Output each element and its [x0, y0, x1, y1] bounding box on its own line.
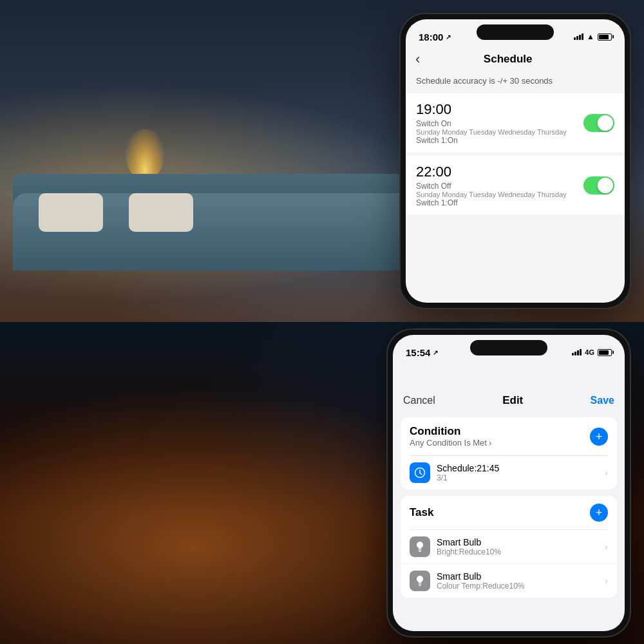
- condition-header: Condition Any Condition Is Met › +: [401, 417, 617, 455]
- condition-item-chevron-0: ›: [605, 468, 608, 478]
- battery-fill: [599, 35, 609, 39]
- task-label: Task: [410, 506, 434, 519]
- bulb-icon-container-0: [410, 536, 430, 557]
- status-icons-bottom: 4G: [572, 348, 612, 356]
- bulb-icon-container-1: [410, 571, 430, 591]
- clock-time-top: 18:00: [419, 32, 443, 43]
- schedule-toggle-0[interactable]: [583, 114, 614, 132]
- schedule-action-0: Switch On: [416, 119, 583, 128]
- battery-icon-bottom: [598, 349, 612, 356]
- schedule-item-1: 22:00 Switch Off Sunday Monday Tuesday W…: [406, 156, 625, 216]
- notch-top: [477, 24, 554, 40]
- signal-icon: [574, 33, 583, 40]
- nav-title-schedule: Schedule: [420, 53, 596, 66]
- schedule-action-1: Switch Off: [416, 182, 583, 191]
- task-header: Task +: [401, 496, 617, 529]
- phone-screen-bottom: 15:54 ↗ 4G: [393, 335, 625, 631]
- accuracy-note: Schedule accuracy is -/+ 30 seconds: [406, 71, 625, 91]
- condition-sublabel: Any Condition Is Met ›: [410, 438, 491, 448]
- schedule-days-1: Sunday Monday Tuesday Wednesday Thursday: [416, 191, 583, 198]
- battery-fill-bottom: [599, 350, 609, 355]
- svg-line-2: [420, 473, 422, 475]
- location-icon-top: ↗: [446, 33, 451, 41]
- task-item-chevron-1: ›: [605, 576, 608, 586]
- task-item-title-1: Smart Bulb: [437, 571, 598, 582]
- task-item-chevron-0: ›: [605, 542, 608, 552]
- phone-automation: 15:54 ↗ 4G: [386, 328, 631, 638]
- pillow-left: [39, 193, 103, 232]
- task-item-title-0: Smart Bulb: [437, 537, 598, 547]
- schedule-item-0: 19:00 Switch On Sunday Monday Tuesday We…: [406, 93, 625, 153]
- signal-label-bottom: 4G: [585, 348, 594, 356]
- svg-rect-6: [419, 585, 421, 587]
- schedule-time-0: 19:00: [416, 101, 583, 118]
- automation-content: Condition Any Condition Is Met › +: [393, 412, 625, 631]
- back-button[interactable]: ‹: [415, 51, 420, 68]
- clock-time-bottom: 15:54: [406, 347, 430, 358]
- condition-label: Condition: [410, 425, 491, 438]
- condition-chevron: ›: [489, 438, 491, 448]
- task-item-sub-0: Bright:Reduce10%: [437, 547, 598, 556]
- automation-header: Cancel Edit Save: [393, 363, 625, 412]
- lamp-glow: [126, 129, 164, 180]
- app-layout: 18:00 ↗ ▲: [0, 0, 644, 644]
- bulb-icon-1: [415, 574, 425, 587]
- signal-icon-bottom: [572, 349, 582, 355]
- task-add-button[interactable]: +: [590, 504, 608, 522]
- condition-item-title-0: Schedule:21:45: [437, 463, 598, 473]
- nav-bar-schedule: ‹ Schedule: [406, 48, 625, 71]
- condition-item-0[interactable]: Schedule:21:45 3/1 ›: [401, 456, 617, 489]
- cancel-button[interactable]: Cancel: [403, 395, 435, 406]
- svg-rect-4: [419, 551, 421, 553]
- condition-item-sub-0: 3/1: [437, 473, 598, 482]
- schedule-time-1: 22:00: [416, 164, 583, 180]
- condition-section: Condition Any Condition Is Met › +: [401, 417, 617, 489]
- clock-icon-container: [410, 462, 430, 483]
- top-panel: 18:00 ↗ ▲: [0, 0, 644, 322]
- svg-rect-3: [419, 549, 422, 551]
- task-item-sub-1: Colour Temp:Reduce10%: [437, 582, 598, 591]
- notch-bottom: [470, 340, 547, 355]
- schedule-switch-0: Switch 1:On: [416, 136, 583, 145]
- phone-screen-top: 18:00 ↗ ▲: [406, 19, 625, 303]
- wifi-icon: ▲: [587, 32, 594, 41]
- task-item-1[interactable]: Smart Bulb Colour Temp:Reduce10% ›: [401, 564, 617, 598]
- condition-add-button[interactable]: +: [590, 428, 608, 446]
- bottom-panel: 15:54 ↗ 4G: [0, 322, 644, 644]
- schedule-toggle-1[interactable]: [583, 176, 614, 194]
- status-icons-top: ▲: [574, 32, 612, 41]
- pillow-right: [129, 193, 193, 232]
- clock-icon: [414, 467, 426, 478]
- status-time-bottom: 15:54 ↗: [406, 347, 438, 358]
- schedule-switch-1: Switch 1:Off: [416, 198, 583, 207]
- task-item-0[interactable]: Smart Bulb Bright:Reduce10% ›: [401, 530, 617, 564]
- task-section: Task +: [401, 496, 617, 598]
- schedule-days-0: Sunday Monday Tuesday Wednesday Thursday: [416, 128, 583, 136]
- location-icon-bottom: ↗: [433, 349, 438, 356]
- bulb-icon-0: [415, 540, 425, 553]
- auto-title: Edit: [502, 394, 523, 407]
- phone-schedule: 18:00 ↗ ▲: [399, 13, 631, 309]
- save-button[interactable]: Save: [591, 395, 614, 406]
- status-time-top: 18:00 ↗: [419, 32, 451, 43]
- battery-icon-top: [598, 33, 612, 41]
- svg-rect-5: [419, 583, 422, 585]
- schedule-list: 19:00 Switch On Sunday Monday Tuesday We…: [406, 91, 625, 303]
